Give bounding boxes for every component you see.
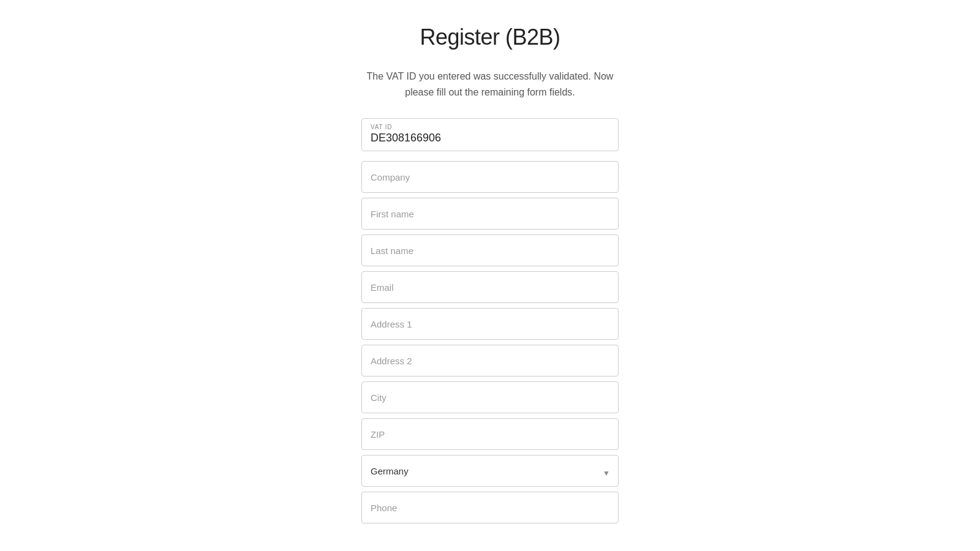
country-select-wrapper: Germany Austria Switzerland France Italy… bbox=[361, 455, 619, 492]
phone-input[interactable] bbox=[361, 492, 619, 523]
country-select[interactable]: Germany Austria Switzerland France Italy… bbox=[361, 455, 619, 487]
vat-id-field: VAT ID DE308166906 bbox=[361, 118, 619, 151]
city-input[interactable] bbox=[361, 381, 619, 413]
zip-input[interactable] bbox=[361, 418, 619, 450]
last-name-input[interactable] bbox=[361, 234, 619, 266]
page-title: Register (B2B) bbox=[420, 24, 560, 50]
email-input[interactable] bbox=[361, 271, 619, 303]
first-name-input[interactable] bbox=[361, 198, 619, 230]
address1-input[interactable] bbox=[361, 308, 619, 340]
address2-input[interactable] bbox=[361, 345, 619, 377]
vat-id-value: DE308166906 bbox=[371, 132, 441, 144]
vat-id-label: VAT ID bbox=[371, 124, 609, 130]
registration-form: VAT ID DE308166906 Germany Austria Switz… bbox=[361, 118, 619, 528]
subtitle-text: The VAT ID you entered was successfully … bbox=[361, 69, 619, 100]
company-input[interactable] bbox=[361, 161, 619, 193]
page-container: Register (B2B) The VAT ID you entered wa… bbox=[0, 0, 980, 551]
